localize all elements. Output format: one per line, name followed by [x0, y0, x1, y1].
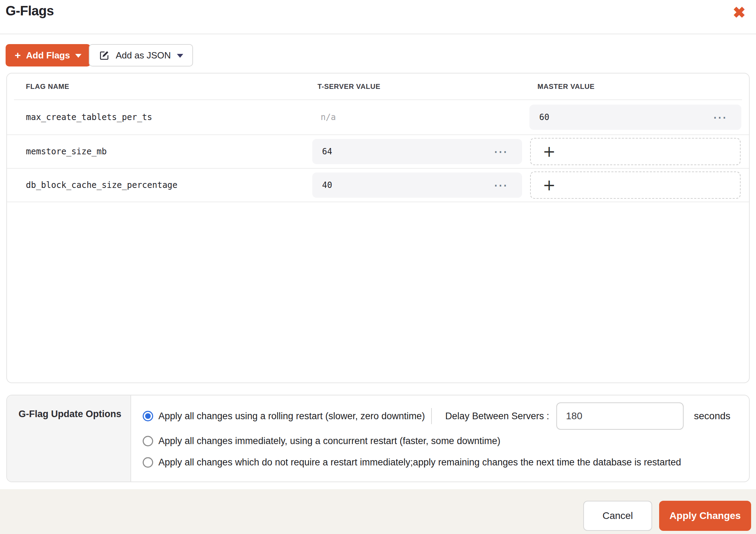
tserver-value: 40 — [322, 180, 332, 190]
row-menu-button[interactable]: ⋯ — [713, 114, 727, 120]
flags-table: FLAG NAME T-SERVER VALUE MASTER VALUE ma… — [6, 73, 750, 383]
chevron-down-icon — [177, 54, 183, 58]
add-master-value-button[interactable]: + — [530, 138, 741, 165]
update-options-title: G-Flag Update Options — [19, 409, 121, 420]
row-menu-button[interactable]: ⋯ — [493, 182, 508, 188]
vertical-divider — [431, 408, 432, 424]
radio-selected-icon[interactable] — [143, 411, 153, 421]
page-title: G-Flags — [6, 3, 54, 19]
add-flags-button[interactable]: + Add Flags — [6, 44, 91, 66]
radio-label: Apply all changes using a rolling restar… — [158, 411, 425, 422]
delay-unit-label: seconds — [694, 410, 730, 422]
row-menu-button[interactable]: ⋯ — [493, 149, 508, 154]
flag-name: max_create_tablets_per_ts — [26, 112, 152, 122]
radio-rolling-restart[interactable]: Apply all changes using a rolling restar… — [143, 402, 730, 430]
flag-name: db_block_cache_size_percentage — [26, 180, 177, 190]
radio-label: Apply all changes which do not require a… — [158, 457, 681, 468]
radio-unselected-icon[interactable] — [143, 457, 153, 468]
modal-footer: Cancel Apply Changes — [0, 489, 756, 534]
edit-icon — [99, 50, 110, 61]
ellipsis-icon: ⋯ — [493, 177, 508, 193]
ellipsis-icon: ⋯ — [713, 110, 727, 125]
radio-concurrent-restart[interactable]: Apply all changes immediately, using a c… — [143, 436, 500, 447]
update-options-label-panel: G-Flag Update Options — [7, 395, 131, 482]
add-as-json-label: Add as JSON — [116, 50, 171, 61]
tserver-value-field[interactable]: 40 ⋯ — [312, 173, 522, 198]
add-as-json-button[interactable]: Add as JSON — [89, 44, 193, 66]
master-value-field[interactable]: 60 ⋯ — [529, 105, 741, 130]
close-button[interactable]: ✖ — [729, 3, 749, 22]
plus-icon: + — [543, 144, 556, 159]
table-row: max_create_tablets_per_ts n/a 60 ⋯ — [7, 100, 749, 135]
column-header-tserver-value: T-SERVER VALUE — [318, 73, 380, 99]
tserver-value: 64 — [322, 147, 332, 156]
add-master-value-button[interactable]: + — [530, 171, 741, 199]
plus-icon: + — [15, 50, 21, 61]
delay-between-servers-label: Delay Between Servers : — [445, 411, 549, 422]
column-header-master-value: MASTER VALUE — [537, 73, 595, 99]
radio-no-restart[interactable]: Apply all changes which do not require a… — [143, 457, 681, 468]
plus-icon: + — [543, 177, 556, 193]
cancel-button[interactable]: Cancel — [583, 501, 652, 531]
delay-seconds-input[interactable] — [556, 402, 684, 430]
tserver-value-na: n/a — [321, 112, 336, 122]
ellipsis-icon: ⋯ — [493, 144, 508, 159]
radio-unselected-icon[interactable] — [143, 436, 153, 446]
tserver-value-field[interactable]: 64 ⋯ — [312, 139, 522, 164]
table-row: db_block_cache_size_percentage 40 ⋯ + — [7, 169, 749, 202]
update-options-panel: G-Flag Update Options Apply all changes … — [6, 395, 750, 482]
apply-changes-button[interactable]: Apply Changes — [659, 501, 751, 531]
radio-label: Apply all changes immediately, using a c… — [158, 436, 500, 447]
column-header-flag-name: FLAG NAME — [26, 73, 69, 99]
master-value: 60 — [539, 112, 549, 122]
table-row: memstore_size_mb 64 ⋯ + — [7, 135, 749, 169]
flag-name: memstore_size_mb — [26, 147, 107, 156]
chevron-down-icon — [75, 54, 81, 58]
modal-header: G-Flags ✖ — [0, 0, 756, 34]
close-icon: ✖ — [733, 5, 746, 20]
gflags-modal: G-Flags ✖ + Add Flags Add as JSON FLAG N… — [0, 0, 756, 534]
add-flags-label: Add Flags — [26, 50, 70, 61]
